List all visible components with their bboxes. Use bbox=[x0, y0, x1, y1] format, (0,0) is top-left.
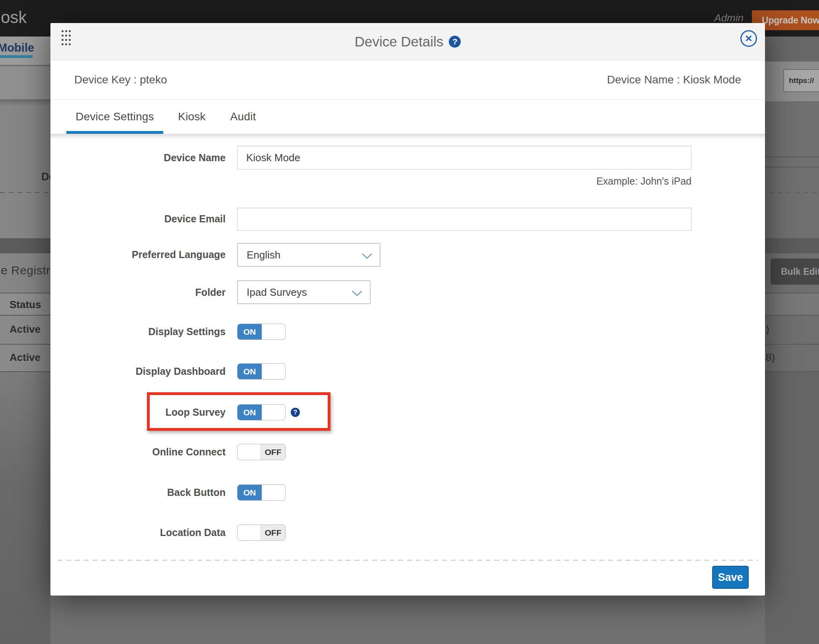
background-panel-band bbox=[0, 66, 50, 99]
device-key-text: Device Key : pteko bbox=[74, 73, 167, 86]
modal-title: Device Details bbox=[355, 34, 444, 50]
tab-mobile-underline bbox=[0, 55, 33, 58]
background-table-header-right bbox=[765, 293, 819, 316]
background-line bbox=[765, 167, 819, 168]
back-button-toggle[interactable]: ON bbox=[237, 484, 286, 501]
status-column-header: Status bbox=[10, 299, 41, 311]
device-name-helper: Example: John's iPad bbox=[596, 175, 692, 187]
bulk-edit-button[interactable]: Bulk Edit bbox=[771, 258, 819, 285]
screen: osk Admin Upgrade Now Mobile De https://… bbox=[0, 0, 819, 644]
folder-label: Folder bbox=[50, 287, 226, 298]
back-button-label: Back Button bbox=[50, 487, 226, 498]
background-right-band bbox=[765, 101, 819, 238]
tab-device-settings[interactable]: Device Settings bbox=[66, 100, 163, 134]
display-settings-toggle[interactable]: ON bbox=[237, 324, 286, 340]
modal-subheader: Device Key : pteko Device Name : Kiosk M… bbox=[50, 61, 765, 99]
location-data-toggle[interactable]: OFF bbox=[237, 524, 286, 541]
title-help-icon[interactable]: ? bbox=[449, 36, 461, 48]
location-data-label: Location Data bbox=[50, 527, 226, 538]
device-details-modal: Device Details ? ✕ Device Key : pteko De… bbox=[50, 23, 765, 596]
modal-tabs: Device Settings Kiosk Audit bbox=[50, 99, 765, 133]
background-content-band bbox=[0, 99, 50, 238]
preferred-language-select[interactable]: English bbox=[237, 243, 381, 267]
background-bottom-right bbox=[765, 372, 819, 644]
admin-link[interactable]: Admin bbox=[714, 12, 744, 24]
footer-divider bbox=[58, 560, 758, 561]
online-connect-label: Online Connect bbox=[50, 446, 226, 457]
display-dashboard-toggle[interactable]: ON bbox=[237, 363, 286, 380]
online-connect-toggle[interactable]: OFF bbox=[237, 444, 286, 460]
background-right-band bbox=[765, 37, 819, 62]
display-dashboard-label: Display Dashboard bbox=[50, 366, 226, 377]
background-shadow bbox=[0, 99, 50, 106]
preferred-language-label: Preferred Language bbox=[50, 249, 226, 260]
display-settings-label: Display Settings bbox=[50, 326, 226, 337]
modal-header: Device Details ? ✕ bbox=[50, 23, 765, 60]
chevron-down-icon bbox=[352, 290, 363, 296]
loop-survey-help-icon[interactable]: ? bbox=[291, 408, 300, 417]
background-line bbox=[765, 156, 819, 157]
device-name-label: Device Name bbox=[50, 152, 226, 163]
tab-audit[interactable]: Audit bbox=[221, 100, 265, 134]
tab-kiosk[interactable]: Kiosk bbox=[170, 100, 214, 134]
tab-mobile[interactable]: Mobile bbox=[0, 41, 34, 54]
device-email-input[interactable] bbox=[237, 208, 692, 231]
status-cell: Active bbox=[10, 323, 41, 335]
table-cell-fragment: 8) bbox=[766, 351, 775, 364]
close-icon[interactable]: ✕ bbox=[740, 30, 757, 47]
url-input[interactable]: https:// bbox=[783, 69, 819, 92]
device-name-input[interactable]: Kiosk Mode bbox=[237, 146, 692, 170]
device-name-text: Device Name : Kiosk Mode bbox=[607, 73, 741, 86]
table-cell-fragment: ) bbox=[766, 323, 769, 335]
chevron-down-icon bbox=[361, 253, 373, 259]
background-bottom-left bbox=[0, 372, 50, 644]
loop-survey-label: Loop Survey bbox=[50, 407, 226, 418]
loop-survey-toggle[interactable]: ON bbox=[237, 404, 286, 420]
app-logo: osk bbox=[1, 8, 27, 27]
folder-select[interactable]: Ipad Surveys bbox=[237, 280, 371, 304]
registrations-heading-fragment: e Registr bbox=[1, 264, 50, 277]
background-label-fragment: De bbox=[41, 171, 50, 183]
save-button[interactable]: Save bbox=[712, 566, 749, 589]
device-email-label: Device Email bbox=[50, 213, 226, 224]
status-cell: Active bbox=[10, 351, 41, 364]
